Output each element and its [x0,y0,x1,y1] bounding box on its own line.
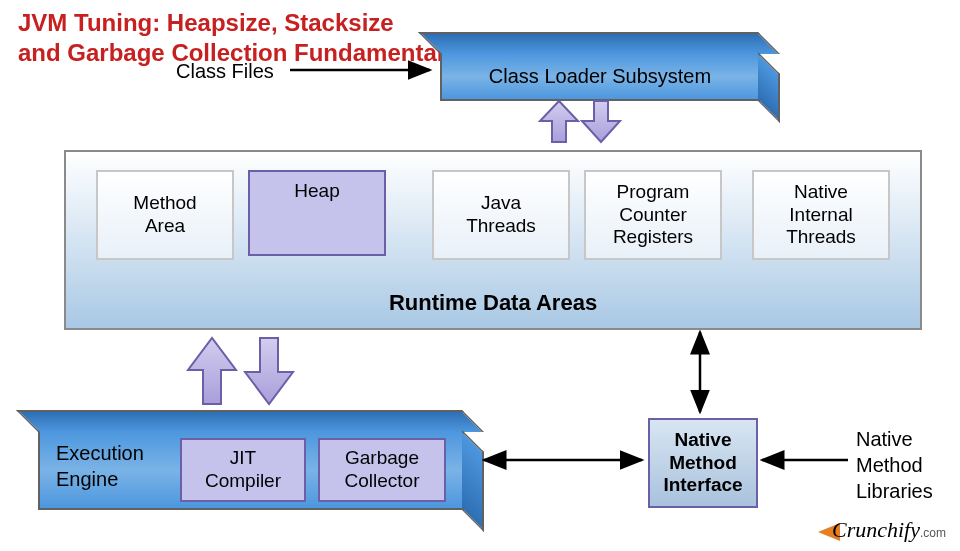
native-method-interface-box: Native Method Interface [648,418,758,508]
title-line-1: JVM Tuning: Heapsize, Stacksize [18,9,394,36]
heap-text: Heap [294,180,339,203]
native-method-interface-text: Native Method Interface [663,429,742,497]
svg-marker-4 [188,338,236,404]
crunchify-brand: Crunchify [832,517,920,542]
native-threads-box: Native Internal Threads [752,170,890,260]
svg-marker-2 [540,101,578,142]
method-area-box: Method Area [96,170,234,260]
arrow-loader-runtime-up [540,101,578,142]
execution-engine-text: Execution Engine [56,440,144,492]
java-threads-box: Java Threads [432,170,570,260]
arrow-loader-runtime-down [582,101,620,142]
svg-marker-5 [245,338,293,404]
garbage-collector-box: Garbage Collector [318,438,446,502]
pc-registers-box: Program Counter Registers [584,170,722,260]
method-area-text: Method Area [133,192,196,238]
heap-box: Heap [248,170,386,256]
crunchify-watermark: Crunchify.com [832,517,946,543]
garbage-collector-text: Garbage Collector [345,447,420,493]
jit-compiler-text: JIT Compiler [205,447,281,493]
runtime-title: Runtime Data Areas [66,290,920,316]
class-loader-box: Class Loader Subsystem [440,52,760,101]
native-threads-text: Native Internal Threads [786,181,856,249]
java-threads-text: Java Threads [466,192,536,238]
crunchify-suffix: .com [920,526,946,540]
class-files-label: Class Files [176,60,274,83]
jit-compiler-box: JIT Compiler [180,438,306,502]
arrow-runtime-engine-down [245,338,293,404]
svg-marker-3 [582,101,620,142]
pc-registers-text: Program Counter Registers [613,181,693,249]
native-method-libraries-label: Native Method Libraries [856,426,933,504]
arrow-runtime-engine-up [188,338,236,404]
class-loader-text: Class Loader Subsystem [442,54,758,99]
diagram-title: JVM Tuning: Heapsize, Stacksize and Garb… [18,8,443,68]
